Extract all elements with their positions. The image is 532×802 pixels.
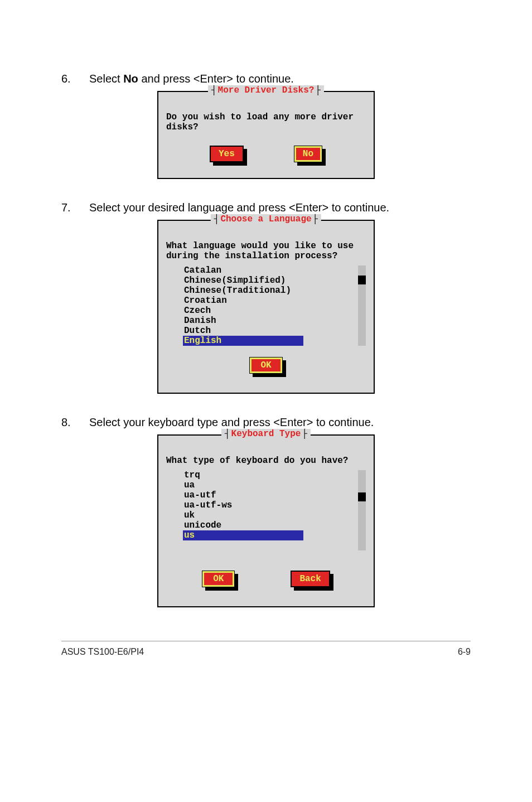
dialog3-body: What type of keyboard do you have? [166,456,366,466]
list-item-selected[interactable]: English [183,336,303,346]
ok-button[interactable]: OK [202,571,235,587]
step-8-row: 8. Select your keyboard type and press <… [61,416,471,429]
ok-button[interactable]: OK [249,357,282,374]
list-item[interactable]: ua-utf-ws [183,500,356,510]
list-item-selected[interactable]: us [183,530,303,540]
dialog-choose-language: Choose a Language What language would yo… [157,220,375,394]
dialog1-body: Do you wish to load any more driver disk… [166,112,366,132]
scrollbar[interactable]: # [358,265,366,346]
list-item[interactable]: unicode [183,520,356,530]
list-item[interactable]: Danish [183,316,356,326]
dialog2-title: Choose a Language [211,214,321,224]
step-6-text-bold: No [123,73,138,85]
step-6-row: 6. Select No and press <Enter> to contin… [61,73,471,85]
step-6-text-after: and press <Enter> to continue. [138,73,294,85]
step-6-text: Select No and press <Enter> to continue. [89,73,471,85]
scrollbar-thumb[interactable]: # [358,276,366,284]
yes-button[interactable]: Yes [210,146,244,162]
back-button[interactable]: Back [291,571,330,587]
footer-right: 6-9 [458,647,471,657]
list-item[interactable]: Chinese(Simplified) [183,276,356,286]
step-6-text-before: Select [89,73,123,85]
list-item[interactable]: trq [183,470,356,480]
dialog-more-driver-disks: More Driver Disks? Do you wish to load a… [157,91,375,179]
step-8-number: 8. [61,416,89,429]
scrollbar-thumb[interactable]: # [358,492,366,501]
list-item[interactable]: Czech [183,306,356,316]
dialog-keyboard-type: Keyboard Type What type of keyboard do y… [157,434,375,607]
list-item[interactable]: Chinese(Traditional) [183,286,356,296]
step-7-text: Select your desired language and press <… [89,201,471,214]
step-7-number: 7. [61,201,89,214]
dialog1-title: More Driver Disks? [208,85,324,95]
list-item[interactable]: Croatian [183,296,356,306]
list-item[interactable]: Dutch [183,326,356,336]
list-item[interactable]: ua-utf [183,490,356,500]
dialog3-title: Keyboard Type [221,429,311,439]
list-item[interactable]: ua [183,480,356,490]
language-list[interactable]: Catalan Chinese(Simplified) Chinese(Trad… [183,265,356,346]
page-footer: ASUS TS100-E6/PI4 6-9 [61,641,471,657]
step-7-row: 7. Select your desired language and pres… [61,201,471,214]
dialog2-body: What language would you like to use duri… [166,241,366,261]
no-button[interactable]: No [294,146,322,162]
scrollbar[interactable]: # [358,470,366,550]
step-6-number: 6. [61,73,89,85]
list-item[interactable]: uk [183,510,356,520]
list-item[interactable]: Catalan [183,265,356,276]
step-8-text: Select your keyboard type and press <Ent… [89,416,471,429]
keyboard-list[interactable]: trq ua ua-utf ua-utf-ws uk unicode us # [183,470,356,550]
footer-left: ASUS TS100-E6/PI4 [61,647,144,657]
